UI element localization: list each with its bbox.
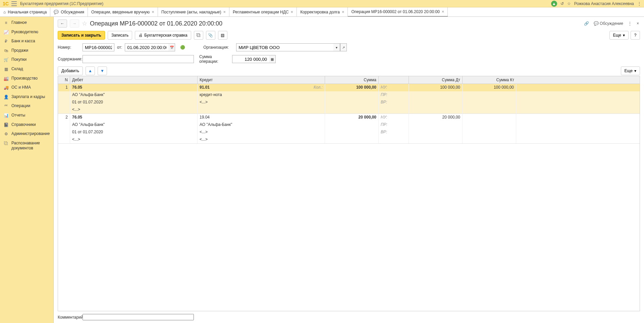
user-name[interactable]: Рожкова Анастасия Алексеевна [574,1,634,6]
attach-button[interactable]: 📎 [206,31,215,40]
notes-button[interactable]: ▤ [218,31,227,40]
tab-operations[interactable]: Операции, введенные вручную × [88,7,158,16]
sidebar-item-purchases[interactable]: 🛒Покупки [0,55,53,64]
tab-receipts[interactable]: Поступление (акты, накладные) × [158,7,229,16]
grid-cell[interactable]: 91.01 Кол.: [198,84,325,91]
grid-cell[interactable] [58,106,70,113]
move-up-button[interactable]: ▲ [86,66,95,75]
help-button[interactable]: ? [631,31,640,40]
grid-cell[interactable]: ПР: [379,121,409,129]
grid-cell[interactable]: ПР: [379,91,409,99]
grid-cell[interactable] [409,106,463,113]
sidebar-item-payroll[interactable]: 👤Зарплата и кадры [0,92,53,102]
sidebar-item-production[interactable]: 🏭Производство [0,74,53,83]
comment-field[interactable] [83,314,194,320]
grid-cell[interactable]: ВР: [379,99,409,106]
grid-cell[interactable]: 76.05 [70,114,198,121]
grid-cell[interactable] [463,99,516,106]
grid-cell[interactable]: <...> [198,129,325,136]
col-debit[interactable]: Дебет [70,76,198,84]
grid-cell[interactable]: 100 000,00 [325,84,379,91]
grid-cell[interactable]: 100 000,00 [409,84,463,91]
grid-cell[interactable] [58,129,70,136]
tab-current-operation[interactable]: Операция МР16-000002 от 01.06.2020 20:00… [348,7,448,16]
post-status-button[interactable]: 🟢 [178,43,187,52]
grid-cell[interactable] [58,91,70,99]
col-sumdt[interactable]: Сумма Дт [409,76,463,84]
hierarchy-button[interactable]: ⿻ [194,31,203,40]
grid-cell[interactable]: 100 000,00 [463,84,516,91]
print-reference-button[interactable]: 🖨Бухгалтерская справка [135,31,191,40]
grid-cell[interactable]: АО "Альфа-Банк" [70,121,198,129]
calc-icon[interactable]: ▦ [269,55,276,63]
forward-button[interactable]: → [70,19,79,28]
table-row[interactable]: 176.0591.01 Кол.:100 000,00НУ:100 000,00… [58,84,640,114]
sidebar-item-bank[interactable]: ₽Банк и касса [0,37,53,46]
save-close-button[interactable]: Записать и закрыть [58,31,105,40]
close-page-icon[interactable]: × [636,20,640,27]
col-credit[interactable]: Кредит [198,76,325,84]
sidebar-item-warehouse[interactable]: ▦Склад [0,64,53,74]
grid-cell[interactable]: 20 000,00 [409,114,463,121]
grid-cell[interactable]: НУ: [379,114,409,121]
close-icon[interactable]: × [342,9,344,14]
grid-cell[interactable] [409,99,463,106]
col-sum[interactable]: Сумма [325,76,379,84]
grid-cell[interactable] [463,129,516,136]
grid-cell[interactable]: АО "Альфа-Банк" [70,91,198,99]
grid-cell[interactable] [409,136,463,143]
grid-cell[interactable] [198,106,325,113]
home-tab[interactable]: ⌂ Начальная страница [0,7,50,16]
grid-cell[interactable]: 20 000,00 [325,114,379,121]
grid-cell[interactable]: кредит-нота [198,91,325,99]
notification-icon[interactable]: ▲ [551,1,557,7]
grid-cell[interactable]: 76.05 [70,84,198,91]
grid-cell[interactable] [379,106,409,113]
grid-cell[interactable]: <...> [198,99,325,106]
grid-cell[interactable] [58,136,70,143]
move-down-button[interactable]: ▼ [98,66,107,75]
favorite-star-icon[interactable]: ☆ [82,20,87,27]
grid-cell[interactable] [325,121,379,129]
tab-vat[interactable]: Регламентные операции НДС × [229,7,297,16]
opsum-field[interactable] [232,55,269,63]
calendar-icon[interactable]: 📅 [168,43,175,51]
kebab-icon[interactable]: ⋮ [627,20,633,27]
content-field[interactable] [83,55,194,63]
number-field[interactable] [83,43,114,51]
tab-discussions[interactable]: 💬 Обсуждения [50,7,88,16]
grid-cell[interactable] [325,129,379,136]
grid-cell[interactable]: ВР: [379,129,409,136]
grid-cell[interactable] [379,136,409,143]
grid-cell[interactable]: 01 от 01.07.2020 [70,129,198,136]
grid-cell[interactable]: 01 от 01.07.2020 [70,99,198,106]
sidebar-item-ocr[interactable]: ⿻Распознавание документов [0,139,53,153]
grid-cell[interactable]: НУ: [379,84,409,91]
grid-cell[interactable] [463,91,516,99]
grid-cell[interactable] [58,121,70,129]
favorite-icon[interactable]: ☆ [567,1,571,6]
org-field[interactable] [236,43,333,51]
dropdown-icon[interactable]: ▾ [333,43,340,51]
grid-cell[interactable] [58,99,70,106]
grid-cell[interactable]: 1 [58,84,70,91]
grid-cell[interactable] [463,136,516,143]
history-icon[interactable]: ↺ [560,1,564,6]
sidebar-item-sales[interactable]: 🛍Продажи [0,46,53,55]
grid-cell[interactable] [409,91,463,99]
sidebar-item-admin[interactable]: ⚙Администрирование [0,129,53,139]
grid-cell[interactable] [325,91,379,99]
link-icon[interactable]: 🔗 [583,20,590,27]
back-button[interactable]: ← [58,19,67,28]
grid-cell[interactable] [325,99,379,106]
grid-body[interactable]: 176.0591.01 Кол.:100 000,00НУ:100 000,00… [58,84,640,311]
grid-cell[interactable] [325,106,379,113]
more-button[interactable]: Еще ▾ [609,31,629,40]
grid-cell[interactable]: <...> [198,136,325,143]
grid-cell[interactable] [463,106,516,113]
close-icon[interactable]: × [442,9,444,14]
menu-dots-icon[interactable]: ⋮ [637,1,641,6]
date-field[interactable] [125,43,168,51]
sidebar-item-reports[interactable]: 📊Отчеты [0,111,53,120]
grid-cell[interactable] [463,121,516,129]
